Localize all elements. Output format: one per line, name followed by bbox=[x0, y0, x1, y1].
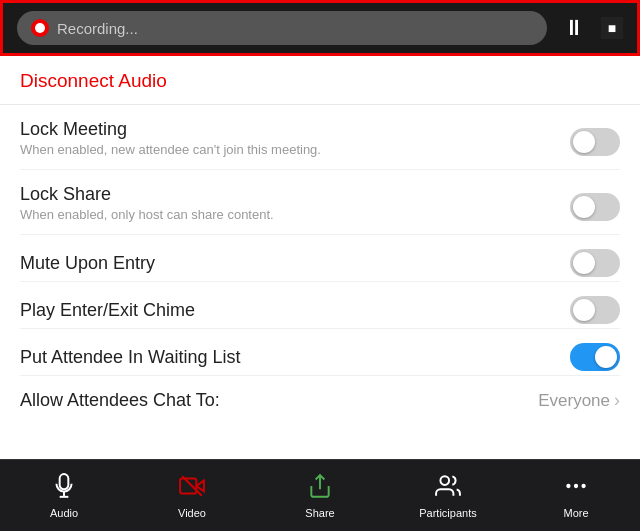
recording-pill: Recording... bbox=[17, 11, 547, 45]
lock-meeting-item: Lock Meeting When enabled, new attendee … bbox=[20, 105, 620, 170]
pause-button[interactable]: ⏸ bbox=[557, 11, 591, 45]
play-chime-item: Play Enter/Exit Chime bbox=[20, 282, 620, 329]
chat-to-row[interactable]: Allow Attendees Chat To: Everyone › bbox=[20, 376, 620, 425]
lock-meeting-name: Lock Meeting bbox=[20, 119, 570, 140]
svg-point-9 bbox=[581, 483, 585, 487]
disconnect-audio-label[interactable]: Disconnect Audio bbox=[20, 70, 167, 91]
main-panel: Disconnect Audio Lock Meeting When enabl… bbox=[0, 56, 640, 459]
play-chime-left: Play Enter/Exit Chime bbox=[20, 300, 570, 321]
share-nav-label: Share bbox=[305, 507, 334, 519]
stop-button[interactable]: ■ bbox=[601, 17, 623, 39]
nav-participants[interactable]: Participants bbox=[408, 473, 488, 519]
nav-share[interactable]: Share bbox=[280, 473, 360, 519]
mute-upon-entry-toggle[interactable] bbox=[570, 249, 620, 277]
nav-audio[interactable]: Audio bbox=[24, 473, 104, 519]
svg-point-8 bbox=[574, 483, 578, 487]
chat-to-current: Everyone bbox=[538, 391, 610, 411]
waiting-list-name: Put Attendee In Waiting List bbox=[20, 347, 570, 368]
chevron-right-icon: › bbox=[614, 390, 620, 411]
chat-to-value[interactable]: Everyone › bbox=[538, 390, 620, 411]
mute-upon-entry-left: Mute Upon Entry bbox=[20, 253, 570, 274]
lock-meeting-desc: When enabled, new attendee can't join th… bbox=[20, 142, 570, 165]
lock-meeting-toggle[interactable] bbox=[570, 128, 620, 156]
play-chime-name: Play Enter/Exit Chime bbox=[20, 300, 570, 321]
waiting-list-toggle[interactable] bbox=[570, 343, 620, 371]
audio-nav-label: Audio bbox=[50, 507, 78, 519]
mute-upon-entry-item: Mute Upon Entry bbox=[20, 235, 620, 282]
play-chime-toggle[interactable] bbox=[570, 296, 620, 324]
waiting-list-left: Put Attendee In Waiting List bbox=[20, 347, 570, 368]
more-icon bbox=[563, 473, 589, 503]
svg-point-6 bbox=[440, 476, 449, 485]
lock-meeting-left: Lock Meeting When enabled, new attendee … bbox=[20, 119, 570, 165]
lock-share-left: Lock Share When enabled, only host can s… bbox=[20, 184, 570, 230]
nav-more[interactable]: More bbox=[536, 473, 616, 519]
recording-label: Recording... bbox=[57, 20, 138, 37]
lock-share-toggle[interactable] bbox=[570, 193, 620, 221]
lock-share-item: Lock Share When enabled, only host can s… bbox=[20, 170, 620, 235]
more-nav-label: More bbox=[563, 507, 588, 519]
audio-icon bbox=[51, 473, 77, 503]
mute-upon-entry-name: Mute Upon Entry bbox=[20, 253, 570, 274]
disconnect-audio-section[interactable]: Disconnect Audio bbox=[0, 56, 640, 105]
lock-share-desc: When enabled, only host can share conten… bbox=[20, 207, 570, 230]
lock-share-name: Lock Share bbox=[20, 184, 570, 205]
video-nav-label: Video bbox=[178, 507, 206, 519]
recording-dot-icon bbox=[31, 19, 49, 37]
svg-marker-2 bbox=[196, 480, 204, 491]
bottom-nav: Audio Video Share bbox=[0, 459, 640, 531]
chat-to-label: Allow Attendees Chat To: bbox=[20, 390, 220, 411]
video-icon bbox=[179, 473, 205, 503]
waiting-list-item: Put Attendee In Waiting List bbox=[20, 329, 620, 376]
recording-bar: Recording... ⏸ ■ bbox=[0, 0, 640, 56]
share-icon bbox=[307, 473, 333, 503]
nav-video[interactable]: Video bbox=[152, 473, 232, 519]
svg-point-7 bbox=[566, 483, 570, 487]
participants-icon bbox=[435, 473, 461, 503]
settings-list: Lock Meeting When enabled, new attendee … bbox=[0, 105, 640, 425]
participants-nav-label: Participants bbox=[419, 507, 476, 519]
